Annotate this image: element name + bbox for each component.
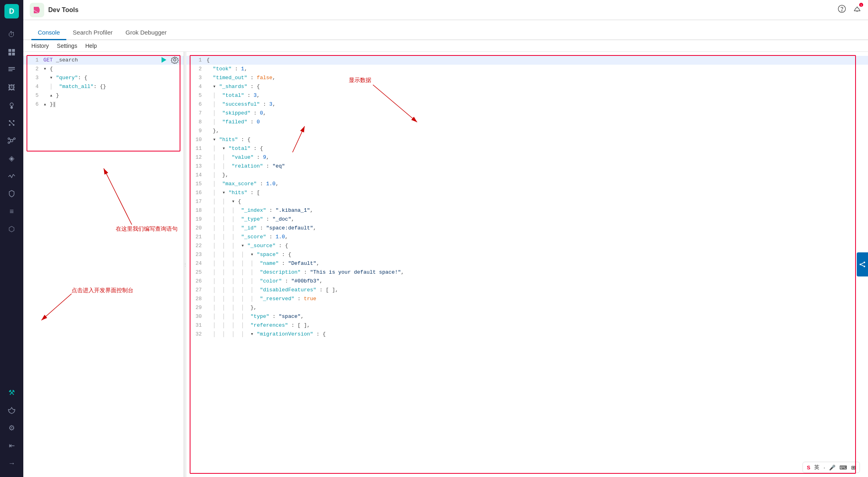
ime-mic[interactable]: 🎤 xyxy=(829,465,835,471)
sidebar-item-recently-viewed[interactable]: ⏱ xyxy=(4,27,20,43)
menu-settings[interactable]: Settings xyxy=(57,43,78,49)
svg-point-7 xyxy=(10,103,13,106)
editor-area: 1 GET _search 2 ▾ { 3 ▾ "query": { 4 │ "… xyxy=(23,52,868,477)
output-line-16: 16 │ ▾ "hits" : [ xyxy=(186,188,868,197)
sidebar-item-infrastructure[interactable]: ⬡ xyxy=(4,221,20,237)
ime-dot[interactable]: · xyxy=(823,465,825,471)
code-line-5: 5 ▴ } xyxy=(23,91,184,100)
svg-point-14 xyxy=(8,138,10,139)
tab-grok-debugger[interactable]: Grok Debugger xyxy=(119,26,173,40)
settings-wrench-icon[interactable] xyxy=(171,56,179,66)
sidebar-item-siem[interactable] xyxy=(4,186,20,202)
editor-toolbar xyxy=(160,56,179,66)
output-line-18: 18 │ │ │ "_index" : ".kibana_1", xyxy=(186,206,868,215)
output-line-14: 14 │ }, xyxy=(186,171,868,180)
sidebar: D ⏱ 🖼 ◈ ≡ ⬡ ⚒ ⚙ ⇤ → xyxy=(0,0,23,477)
svg-point-25 xyxy=(860,264,861,265)
sidebar-item-logs[interactable]: ≡ xyxy=(4,203,20,219)
output-line-28: 28 │ │ │ │ │ "_reserved" : true xyxy=(186,295,868,303)
output-line-4: 4 ▾ "_shards" : { xyxy=(186,82,868,91)
right-panel: 1 { 2 "took" : 1, 3 "timed_out" : false,… xyxy=(186,52,868,477)
left-panel: 1 GET _search 2 ▾ { 3 ▾ "query": { 4 │ "… xyxy=(23,52,184,477)
code-editor[interactable]: 1 GET _search 2 ▾ { 3 ▾ "query": { 4 │ "… xyxy=(23,52,184,477)
svg-rect-1 xyxy=(12,49,15,52)
output-line-12: 12 │ │ "value" : 9, xyxy=(186,153,868,162)
menu-history[interactable]: History xyxy=(31,43,49,49)
sidebar-item-maps[interactable] xyxy=(4,97,20,113)
svg-line-29 xyxy=(861,265,864,266)
svg-line-17 xyxy=(10,139,11,140)
svg-point-21 xyxy=(841,10,842,11)
output-line-7: 7 │ "skipped" : 0, xyxy=(186,109,868,118)
sidebar-item-monitoring[interactable] xyxy=(4,402,20,418)
sidebar-item-uptime[interactable] xyxy=(4,168,20,184)
tab-search-profiler[interactable]: Search Profiler xyxy=(66,26,119,40)
output-line-32: 32 │ │ │ │ ▾ "migrationVersion" : { xyxy=(186,330,868,339)
sidebar-item-graph[interactable] xyxy=(4,133,20,149)
output-line-29: 29 │ │ │ │ }, xyxy=(186,303,868,312)
sidebar-item-dashboard[interactable] xyxy=(4,44,20,60)
sidebar-forward[interactable]: → xyxy=(4,455,20,471)
output-line-30: 30 │ │ │ │ "type" : "space", xyxy=(186,312,868,321)
output-line-3: 3 "timed_out" : false, xyxy=(186,74,868,82)
output-line-19: 19 │ │ │ "_type" : "_doc", xyxy=(186,215,868,224)
output-editor[interactable]: 1 { 2 "took" : 1, 3 "timed_out" : false,… xyxy=(186,52,868,343)
output-line-11: 11 │ ▾ "total" : { xyxy=(186,144,868,153)
output-line-26: 26 │ │ │ │ │ "color" : "#00bfb3", xyxy=(186,277,868,286)
svg-line-18 xyxy=(12,139,14,140)
app-header: Dev Tools 1 xyxy=(23,0,868,20)
svg-rect-6 xyxy=(8,70,12,71)
output-line-6: 6 │ "successful" : 3, xyxy=(186,100,868,109)
output-line-5: 5 │ "total" : 3, xyxy=(186,91,868,100)
output-line-9: 9 }, xyxy=(186,127,868,135)
ime-label[interactable]: 英 xyxy=(814,464,819,471)
svg-point-27 xyxy=(864,266,865,267)
output-line-15: 15 │ "max_score" : 1.0, xyxy=(186,180,868,188)
svg-point-15 xyxy=(14,138,15,139)
app-logo[interactable]: D xyxy=(4,4,19,18)
menu-help[interactable]: Help xyxy=(85,43,97,49)
notifications-icon[interactable]: 1 xyxy=(853,4,862,15)
svg-point-24 xyxy=(174,59,176,61)
help-icon[interactable] xyxy=(837,4,846,15)
output-line-23: 23 │ │ │ │ ▾ "space" : { xyxy=(186,250,868,259)
run-button[interactable] xyxy=(160,56,168,66)
ime-grid[interactable]: ⊞ xyxy=(851,465,856,471)
svg-rect-3 xyxy=(12,53,15,55)
sidebar-collapse[interactable]: ⇤ xyxy=(4,438,20,454)
kibana-logo xyxy=(30,3,44,17)
output-line-24: 24 │ │ │ │ │ "name" : "Default", xyxy=(186,259,868,268)
sidebar-item-discover[interactable] xyxy=(4,62,20,78)
share-button[interactable] xyxy=(857,252,868,276)
code-line-2: 2 ▾ { xyxy=(23,65,184,74)
svg-marker-23 xyxy=(162,57,166,63)
output-line-27: 27 │ │ │ │ │ "disabledFeatures" : [ ], xyxy=(186,286,868,295)
sidebar-item-canvas[interactable]: 🖼 xyxy=(4,80,20,96)
sidebar-item-devtools[interactable]: ⚒ xyxy=(4,385,20,401)
tab-bar: Console Search Profiler Grok Debugger xyxy=(23,20,868,40)
output-line-10: 10 ▾ "hits" : { xyxy=(186,135,868,144)
tab-console[interactable]: Console xyxy=(31,26,66,40)
app-title: Dev Tools xyxy=(48,6,78,14)
svg-rect-0 xyxy=(8,49,11,52)
code-line-3: 3 ▾ "query": { xyxy=(23,74,184,82)
svg-rect-4 xyxy=(8,67,15,68)
sidebar-item-ml[interactable] xyxy=(4,115,20,131)
sidebar-item-management[interactable]: ⚙ xyxy=(4,420,20,436)
code-line-6: 6 ▴ }| xyxy=(23,100,184,109)
sidebar-item-apm[interactable]: ◈ xyxy=(4,150,20,166)
ime-lang[interactable]: S xyxy=(807,465,811,471)
ime-bar: S 英 · 🎤 ⌨ ⊞ xyxy=(802,462,860,473)
ime-keyboard[interactable]: ⌨ xyxy=(839,465,847,471)
output-line-8: 8 │ "failed" : 0 xyxy=(186,118,868,127)
main-content: Dev Tools 1 Console Search Profiler Grok… xyxy=(23,0,868,477)
app-title-wrap: Dev Tools xyxy=(30,3,78,17)
svg-line-12 xyxy=(10,121,14,125)
output-line-2: 2 "took" : 1, xyxy=(186,65,868,74)
svg-rect-5 xyxy=(8,69,15,70)
svg-point-26 xyxy=(864,262,865,263)
menu-bar: History Settings Help xyxy=(23,40,868,52)
svg-line-28 xyxy=(861,263,864,264)
svg-point-9 xyxy=(13,120,14,122)
svg-line-19 xyxy=(10,141,11,143)
